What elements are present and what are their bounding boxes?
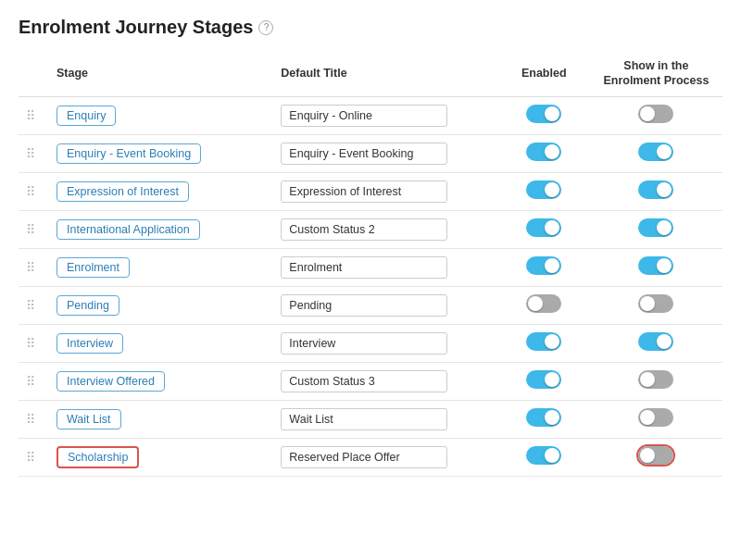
default-title-input-expression-of-interest[interactable] [281,180,447,203]
drag-handle-icon[interactable]: ⠿ [26,412,39,427]
stage-badge-wait-list[interactable]: Wait List [57,409,120,429]
table-row: ⠿Scholarship [19,438,722,476]
col-drag-header [19,53,49,96]
table-body: ⠿Enquiry⠿Enquiry - Event Booking⠿Express… [19,96,722,476]
show-toggle-enquiry[interactable] [638,105,673,123]
stage-badge-international-application[interactable]: International Application [57,219,200,240]
stages-table: Stage Default Title Enabled Show in theE… [19,53,722,477]
show-toggle-interview[interactable] [638,332,673,351]
col-stage-header: Stage [49,53,273,96]
default-title-input-enrolment[interactable] [281,256,447,279]
default-title-input-interview-offered[interactable] [281,370,447,392]
table-row: ⠿Interview Offered [19,362,722,400]
page-title-row: Enrolment Journey Stages ? [19,17,722,38]
show-toggle-enquiry-event-booking[interactable] [638,143,673,161]
col-enabled-header: Enabled [498,53,590,96]
drag-handle-icon[interactable]: ⠿ [26,260,39,275]
enabled-toggle-scholarship[interactable] [526,446,561,465]
drag-handle-icon[interactable]: ⠿ [26,184,39,199]
table-header-row: Stage Default Title Enabled Show in theE… [19,53,722,96]
default-title-input-international-application[interactable] [281,218,447,241]
table-row: ⠿Wait List [19,400,722,438]
enabled-toggle-interview-offered[interactable] [526,370,561,389]
enabled-toggle-interview[interactable] [526,332,561,351]
default-title-input-wait-list[interactable] [281,408,447,430]
enabled-toggle-enrolment[interactable] [526,256,561,275]
table-row: ⠿Enquiry [19,96,722,134]
show-toggle-scholarship[interactable] [638,446,673,465]
drag-handle-icon[interactable]: ⠿ [26,336,39,351]
table-row: ⠿Enquiry - Event Booking [19,134,722,172]
table-row: ⠿International Application [19,210,722,248]
default-title-input-interview[interactable] [281,332,447,355]
default-title-input-enquiry[interactable] [281,105,447,127]
drag-handle-icon[interactable]: ⠿ [26,374,39,389]
show-toggle-international-application[interactable] [638,218,673,237]
drag-handle-icon[interactable]: ⠿ [26,298,39,313]
stage-badge-enquiry-event-booking[interactable]: Enquiry - Event Booking [57,143,201,164]
drag-handle-icon[interactable]: ⠿ [26,450,39,465]
enabled-toggle-enquiry[interactable] [526,105,561,123]
stage-badge-scholarship[interactable]: Scholarship [57,446,139,468]
show-toggle-pending[interactable] [638,294,673,313]
enabled-toggle-wait-list[interactable] [526,408,561,427]
stage-badge-pending[interactable]: Pending [57,295,119,316]
default-title-input-scholarship[interactable] [281,446,447,468]
default-title-input-pending[interactable] [281,294,447,317]
help-icon[interactable]: ? [258,20,273,35]
show-toggle-enrolment[interactable] [638,256,673,275]
table-row: ⠿Enrolment [19,248,722,286]
drag-handle-icon[interactable]: ⠿ [26,108,39,123]
enabled-toggle-international-application[interactable] [526,218,561,237]
stage-badge-enquiry[interactable]: Enquiry [57,106,116,126]
page-title: Enrolment Journey Stages [19,17,253,38]
default-title-input-enquiry-event-booking[interactable] [281,143,447,165]
col-show-header: Show in theEnrolment Process [590,53,722,96]
page-container: Enrolment Journey Stages ? Stage Default… [0,0,741,486]
stage-badge-interview-offered[interactable]: Interview Offered [57,371,165,392]
enabled-toggle-enquiry-event-booking[interactable] [526,143,561,161]
table-row: ⠿Pending [19,286,722,324]
stage-badge-expression-of-interest[interactable]: Expression of Interest [57,181,189,202]
drag-handle-icon[interactable]: ⠿ [26,146,39,161]
stage-badge-interview[interactable]: Interview [57,333,123,354]
enabled-toggle-expression-of-interest[interactable] [526,180,561,199]
show-toggle-interview-offered[interactable] [638,370,673,389]
enabled-toggle-pending[interactable] [526,294,561,313]
table-row: ⠿Interview [19,324,722,362]
drag-handle-icon[interactable]: ⠿ [26,222,39,237]
show-toggle-wait-list[interactable] [638,408,673,427]
stage-badge-enrolment[interactable]: Enrolment [57,257,130,278]
table-row: ⠿Expression of Interest [19,172,722,210]
col-title-header: Default Title [273,53,497,96]
show-toggle-expression-of-interest[interactable] [638,180,673,199]
